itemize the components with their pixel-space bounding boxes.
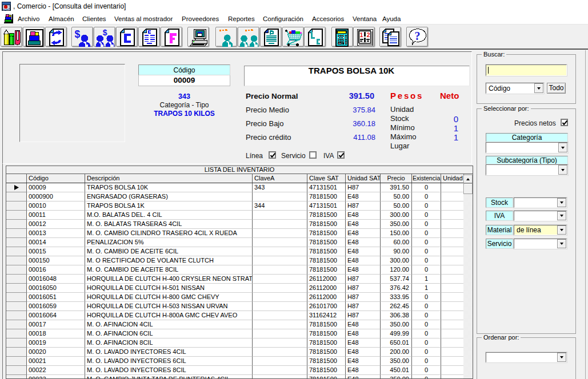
svg-text:2: 2 (367, 31, 370, 38)
svg-text:?: ? (415, 30, 421, 42)
svg-text:1: 1 (360, 31, 363, 38)
svg-text:$: $ (103, 29, 107, 37)
svg-text:$: $ (75, 29, 81, 40)
